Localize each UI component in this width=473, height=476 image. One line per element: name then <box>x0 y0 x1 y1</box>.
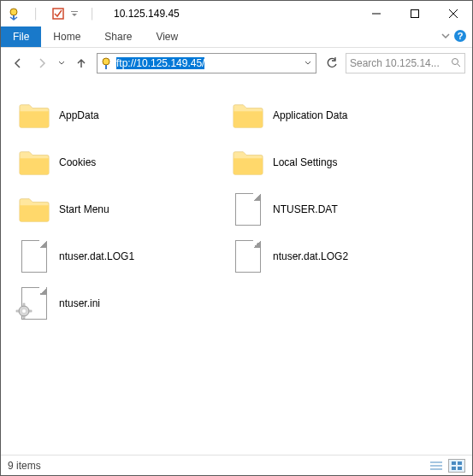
forward-button[interactable] <box>32 53 52 73</box>
properties-icon[interactable] <box>49 4 68 23</box>
maximize-button[interactable] <box>395 1 434 26</box>
minimize-button[interactable] <box>357 1 395 26</box>
list-item[interactable]: ntuser.dat.LOG2 <box>232 237 446 275</box>
search-placeholder: Search 10.125.14... <box>350 57 440 69</box>
list-item[interactable]: Cookies <box>18 143 232 181</box>
svg-rect-4 <box>411 10 418 18</box>
list-item[interactable]: Local Settings <box>232 143 446 181</box>
svg-rect-1 <box>53 9 63 19</box>
folder-icon <box>18 101 50 130</box>
status-bar: 9 items <box>1 455 472 475</box>
item-count: 9 items <box>8 460 41 472</box>
refresh-button[interactable] <box>322 53 342 73</box>
svg-point-13 <box>22 309 26 313</box>
list-item[interactable]: ntuser.ini <box>18 284 232 322</box>
search-icon <box>451 57 461 70</box>
qat-dropdown-icon[interactable] <box>69 4 80 23</box>
list-item[interactable]: ntuser.dat.LOG1 <box>18 237 232 275</box>
svg-rect-21 <box>452 461 456 465</box>
ini-file-icon <box>21 287 47 320</box>
item-label: Application Data <box>273 109 347 121</box>
item-label: NTUSER.DAT <box>273 203 338 215</box>
item-label: ntuser.ini <box>59 297 100 309</box>
svg-rect-23 <box>452 467 456 470</box>
item-label: ntuser.dat.LOG2 <box>273 250 348 262</box>
svg-rect-17 <box>29 310 32 312</box>
svg-text:?: ? <box>458 31 464 41</box>
item-label: Start Menu <box>59 203 109 215</box>
ribbon-tabs: File Home Share View ? <box>1 26 472 48</box>
qat: │ │ <box>1 4 107 23</box>
svg-point-9 <box>103 58 109 65</box>
list-item[interactable]: Application Data <box>232 96 446 134</box>
svg-rect-16 <box>16 310 19 312</box>
list-item[interactable]: AppData <box>18 96 232 134</box>
file-tab[interactable]: File <box>1 26 41 47</box>
folder-icon <box>232 101 264 130</box>
titlebar: │ │ 10.125.149.45 <box>1 1 472 26</box>
svg-point-10 <box>452 58 458 64</box>
file-icon <box>21 240 47 273</box>
back-button[interactable] <box>8 53 28 73</box>
expand-ribbon-icon[interactable] <box>441 31 450 43</box>
close-button[interactable] <box>434 1 472 26</box>
item-label: Cookies <box>59 156 96 168</box>
list-item[interactable]: Start Menu <box>18 190 232 228</box>
search-box[interactable]: Search 10.125.14... <box>346 53 465 73</box>
svg-rect-14 <box>23 303 25 306</box>
list-item[interactable]: NTUSER.DAT <box>232 190 446 228</box>
file-list: AppDataApplication DataCookiesLocal Sett… <box>1 79 472 455</box>
svg-rect-2 <box>71 11 78 12</box>
location-icon <box>98 56 115 70</box>
nav-toolbar: ftp://10.125.149.45/ Search 10.125.14... <box>1 48 472 79</box>
svg-rect-15 <box>23 316 25 319</box>
address-dropdown-icon[interactable] <box>300 60 316 67</box>
item-label: Local Settings <box>273 156 337 168</box>
view-tiles-button[interactable] <box>448 459 465 473</box>
recent-locations-button[interactable] <box>56 53 68 73</box>
home-tab[interactable]: Home <box>41 26 92 47</box>
item-label: ntuser.dat.LOG1 <box>59 250 134 262</box>
svg-line-11 <box>458 64 460 67</box>
folder-icon <box>18 195 50 224</box>
help-icon[interactable]: ? <box>453 29 467 45</box>
app-icon <box>4 4 23 23</box>
svg-rect-22 <box>458 461 462 465</box>
window-title: 10.125.149.45 <box>114 8 357 20</box>
svg-rect-24 <box>458 467 462 470</box>
folder-icon <box>18 148 50 177</box>
address-bar[interactable]: ftp://10.125.149.45/ <box>97 53 316 73</box>
item-label: AppData <box>59 109 99 121</box>
share-tab[interactable]: Share <box>92 26 144 47</box>
file-icon <box>235 193 261 226</box>
file-icon <box>235 240 261 273</box>
separator: │ <box>27 4 45 23</box>
folder-icon <box>232 148 264 177</box>
view-details-button[interactable] <box>428 459 445 473</box>
address-text[interactable]: ftp://10.125.149.45/ <box>115 56 300 70</box>
window-controls <box>357 1 472 26</box>
up-button[interactable] <box>71 53 92 73</box>
view-tab[interactable]: View <box>144 26 190 47</box>
svg-point-0 <box>10 9 17 15</box>
separator: │ <box>83 4 102 23</box>
